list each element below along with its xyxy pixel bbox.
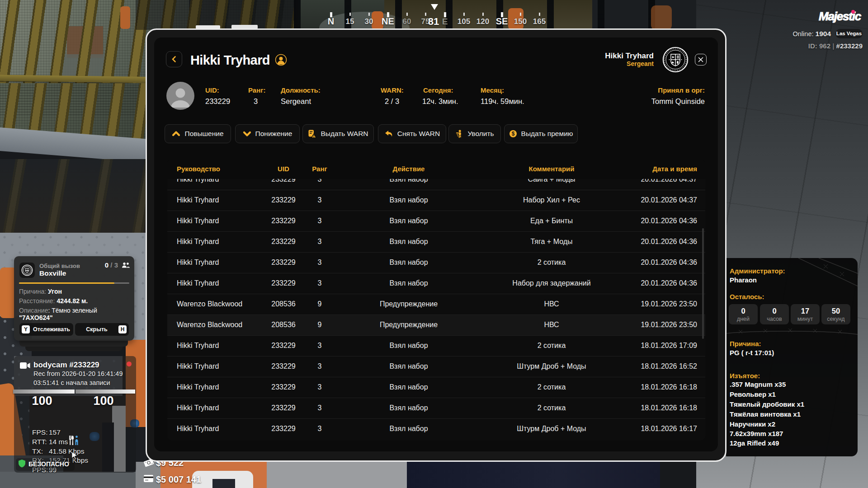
svg-text:$: $ [511, 131, 514, 137]
